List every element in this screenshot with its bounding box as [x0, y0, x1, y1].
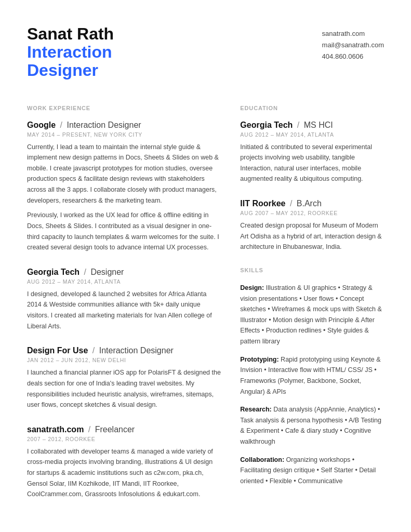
job-georgiatech-title: Georgia Tech / Designer: [27, 268, 221, 277]
edu-iitroorkee-degree: B.Arch: [297, 199, 322, 208]
job-sanatrath-desc: I collaborated with developer teams & ma…: [27, 446, 221, 500]
job-google-company: Google: [27, 121, 56, 129]
skill-design-category: Design:: [240, 284, 264, 291]
skill-prototyping-category: Prototyping:: [240, 356, 279, 363]
job-georgiatech-date: AUG 2012 – MAY 2014, ATLANTA: [27, 278, 221, 285]
edu-georgiatech-institution: Georgia Tech: [240, 121, 293, 129]
job-georgiatech-company: Georgia Tech: [27, 268, 79, 276]
education-label: Education: [240, 105, 384, 111]
header-contact: sanatrath.com mail@sanatrath.com 404.860…: [322, 25, 384, 62]
job-google-date: MAY 2014 – PRESENT, NEW YORK CITY: [27, 131, 221, 138]
job-google-desc: Currently, I lead a team to maintain the…: [27, 142, 221, 253]
job-sanatrath-title: sanatrath.com / Freelancer: [27, 425, 221, 434]
job-sanatrath-company: sanatrath.com: [27, 425, 84, 434]
edu-georgiatech: Georgia Tech / MS HCI AUG 2012 – MAY 201…: [240, 121, 384, 185]
skill-design-desc: Illustration & UI graphics • Strategy & …: [240, 284, 382, 345]
job-sanatrath-role: Freelancer: [95, 425, 135, 434]
edu-georgiatech-date: AUG 2012 – MAY 2014, ATLANTA: [240, 131, 384, 138]
job-google-role: Interaction Designer: [67, 121, 141, 129]
title-line1: Interaction Designer: [27, 43, 114, 79]
skill-research: Research: Data analysis (AppAnnie, Analy…: [240, 404, 384, 447]
resume-header: Sanat Rath Interaction Designer sanatrat…: [27, 25, 384, 80]
edu-georgiatech-degree: MS HCI: [304, 121, 333, 129]
job-sanatrath: sanatrath.com / Freelancer 2007 – 2012, …: [27, 425, 221, 500]
left-column: Work Experience Google / Interaction Des…: [27, 105, 221, 514]
job-designforuse-date: JAN 2012 – JUN 2012, NEW DELHI: [27, 357, 221, 363]
right-column: Education Georgia Tech / MS HCI AUG 2012…: [240, 105, 384, 514]
job-designforuse-desc: I launched a financial planner iOS app f…: [27, 367, 221, 410]
edu-georgiatech-desc: Initiated & contributed to several exper…: [240, 142, 384, 185]
job-designforuse-company: Design For Use: [27, 346, 88, 355]
website: sanatrath.com: [322, 28, 384, 39]
edu-iitroorkee-institution: IIT Roorkee: [240, 199, 285, 208]
header-name-title: Sanat Rath Interaction Designer: [27, 25, 114, 80]
skill-collaboration-category: Collaboration:: [240, 456, 284, 463]
skills-section: Skills Design: Illustration & UI graphic…: [240, 267, 384, 487]
skills-label: Skills: [240, 267, 384, 273]
job-georgiatech-desc: I designed, developed & launched 2 websi…: [27, 289, 221, 332]
edu-iitroorkee-date: AUG 2007 – MAY 2012, ROORKEE: [240, 210, 384, 216]
email: mail@sanatrath.com: [322, 39, 384, 51]
work-experience-label: Work Experience: [27, 105, 221, 111]
skill-prototyping: Prototyping: Rapid prototyping using Key…: [240, 354, 384, 397]
job-sanatrath-date: 2007 – 2012, ROORKEE: [27, 436, 221, 442]
job-designforuse-title: Design For Use / Interaction Designer: [27, 346, 221, 355]
job-georgiatech-role: Designer: [90, 268, 124, 276]
job-designforuse-role: Interaction Designer: [99, 346, 174, 355]
skill-research-category: Research:: [240, 406, 271, 413]
job-google: Google / Interaction Designer MAY 2014 –…: [27, 121, 221, 253]
job-georgiatech: Georgia Tech / Designer AUG 2012 – MAY 2…: [27, 268, 221, 332]
edu-iitroorkee-title: IIT Roorkee / B.Arch: [240, 199, 384, 208]
full-name: Sanat Rath: [27, 25, 114, 43]
edu-iitroorkee: IIT Roorkee / B.Arch AUG 2007 – MAY 2012…: [240, 199, 384, 252]
skill-collaboration: Collaboration: Organizing workshops • Fa…: [240, 455, 384, 487]
edu-georgiatech-title: Georgia Tech / MS HCI: [240, 121, 384, 130]
skill-design: Design: Illustration & UI graphics • Str…: [240, 283, 384, 347]
phone: 404.860.0606: [322, 51, 384, 62]
main-content: Work Experience Google / Interaction Des…: [27, 105, 384, 514]
job-google-title: Google / Interaction Designer: [27, 121, 221, 130]
edu-iitroorkee-desc: Created design proposal for Museum of Mo…: [240, 220, 384, 252]
job-designforuse: Design For Use / Interaction Designer JA…: [27, 346, 221, 410]
